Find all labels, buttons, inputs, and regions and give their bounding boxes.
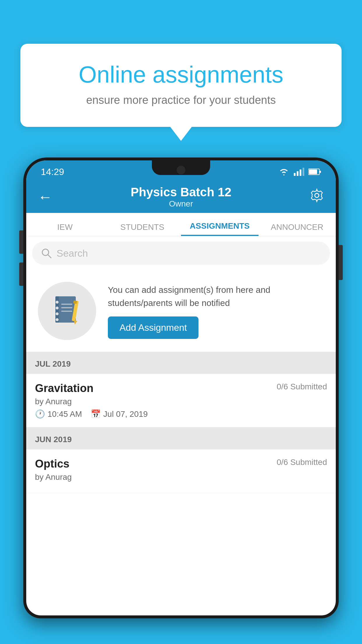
top-bar-center: Physics Batch 12 Owner — [131, 185, 231, 209]
svg-rect-2 — [300, 169, 301, 176]
status-time: 14:29 — [41, 167, 64, 177]
svg-point-15 — [56, 318, 59, 321]
section-header-jun: JUN 2019 — [26, 430, 336, 449]
svg-point-13 — [56, 307, 59, 309]
signal-icon — [294, 168, 304, 176]
svg-line-9 — [48, 255, 51, 258]
settings-button[interactable] — [310, 188, 324, 206]
svg-rect-1 — [297, 171, 298, 176]
content-area: Search — [26, 236, 336, 493]
back-button[interactable]: ← — [38, 188, 52, 205]
phone-notch — [152, 160, 210, 175]
section-header-jul: JUL 2019 — [26, 354, 336, 374]
tab-assignments[interactable]: ASSIGNMENTS — [181, 213, 259, 236]
phone-camera — [177, 166, 185, 174]
assignment-top-row-optics: Optics 0/6 Submitted — [35, 458, 327, 470]
assignment-time-gravitation: 🕐 10:45 AM — [35, 409, 82, 419]
section-divider-1 — [26, 352, 336, 354]
svg-point-7 — [315, 193, 319, 197]
volume-up-button[interactable] — [19, 230, 23, 254]
svg-rect-17 — [61, 307, 72, 308]
gear-icon — [310, 188, 324, 203]
status-icons — [278, 168, 321, 176]
svg-rect-3 — [303, 168, 304, 176]
tab-bar: IEW STUDENTS ASSIGNMENTS ANNOUNCER — [26, 213, 336, 236]
speech-bubble-subtitle: ensure more practice for your students — [44, 94, 318, 106]
speech-bubble-title: Online assignments — [44, 61, 318, 88]
speech-bubble: Online assignments ensure more practice … — [20, 44, 342, 127]
svg-rect-18 — [61, 311, 72, 312]
svg-rect-16 — [61, 304, 72, 305]
tab-iew[interactable]: IEW — [26, 213, 104, 236]
assignment-submitted-optics: 0/6 Submitted — [277, 458, 327, 467]
svg-point-12 — [56, 301, 59, 304]
search-placeholder: Search — [57, 248, 88, 259]
empty-state: You can add assignment(s) from here and … — [26, 270, 336, 352]
assignment-date-gravitation: 📅 Jul 07, 2019 — [91, 409, 148, 419]
assignment-top-row: Gravitation 0/6 Submitted — [35, 382, 327, 395]
tab-students[interactable]: STUDENTS — [104, 213, 181, 236]
add-assignment-button[interactable]: Add Assignment — [108, 316, 198, 339]
wifi-icon — [278, 168, 290, 176]
assignment-item-optics[interactable]: Optics 0/6 Submitted by Anurag — [26, 449, 336, 493]
svg-rect-0 — [294, 173, 296, 176]
svg-point-14 — [56, 312, 59, 315]
assignment-by-gravitation: by Anurag — [35, 397, 327, 406]
assignment-submitted-gravitation: 0/6 Submitted — [277, 382, 327, 391]
volume-down-button[interactable] — [19, 262, 23, 286]
notebook-icon — [52, 295, 82, 327]
app-top-bar: ← Physics Batch 12 Owner — [26, 181, 336, 213]
speech-bubble-container: Online assignments ensure more practice … — [20, 44, 342, 127]
section-label-jul: JUL 2019 — [35, 359, 71, 368]
svg-rect-21 — [73, 300, 77, 304]
battery-icon — [308, 168, 321, 175]
clock-icon: 🕐 — [35, 409, 45, 419]
search-icon — [41, 248, 52, 259]
empty-state-text: You can add assignment(s) from here and … — [108, 283, 324, 339]
top-bar-title: Physics Batch 12 — [131, 185, 231, 199]
search-bar[interactable]: Search — [32, 242, 330, 265]
assignment-item-gravitation[interactable]: Gravitation 0/6 Submitted by Anurag 🕐 10… — [26, 374, 336, 427]
assignment-by-optics: by Anurag — [35, 473, 327, 482]
phone-screen: 14:29 — [26, 160, 336, 615]
empty-state-icon-circle — [38, 282, 96, 340]
top-bar-subtitle: Owner — [131, 199, 231, 209]
section-label-jun: JUN 2019 — [35, 435, 72, 444]
svg-rect-6 — [320, 171, 321, 173]
phone-frame: 14:29 — [23, 158, 339, 618]
assignment-title-gravitation: Gravitation — [35, 382, 94, 395]
phone-frame-container: 14:29 — [23, 158, 339, 644]
power-button[interactable] — [339, 245, 343, 280]
assignment-meta-gravitation: 🕐 10:45 AM 📅 Jul 07, 2019 — [35, 409, 327, 419]
section-divider-2 — [26, 427, 336, 430]
search-bar-container: Search — [26, 236, 336, 270]
calendar-icon: 📅 — [91, 409, 101, 419]
empty-state-description: You can add assignment(s) from here and … — [108, 283, 324, 309]
svg-rect-5 — [309, 169, 317, 174]
tab-announcements[interactable]: ANNOUNCER — [259, 213, 336, 236]
assignment-title-optics: Optics — [35, 458, 69, 470]
